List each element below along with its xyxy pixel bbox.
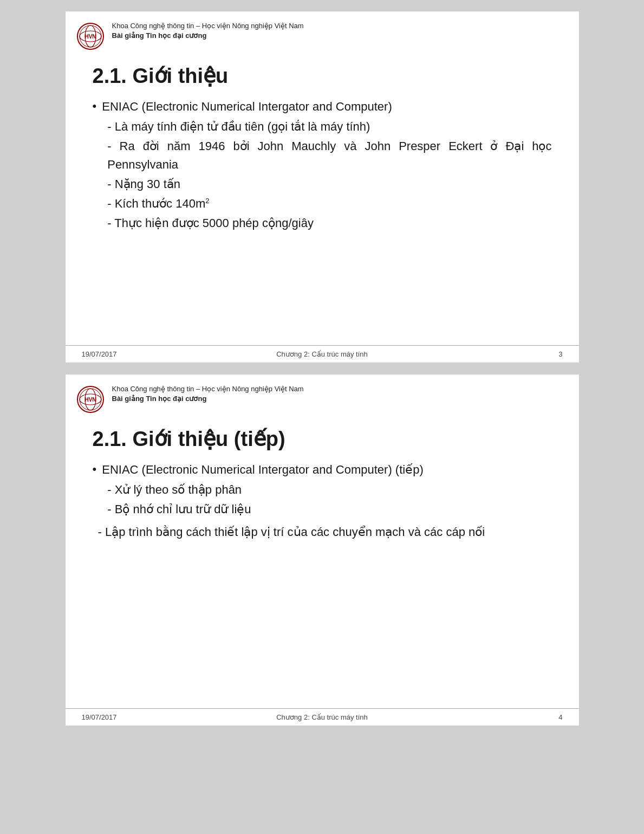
slide-1-sub-item-4: - Kích thước 140m2 <box>107 195 551 213</box>
slide-1-header: HVN Khoa Công nghệ thông tin – Học viện … <box>66 11 579 56</box>
slide-2-sub-item-1: - Xử lý theo số thập phân <box>107 481 551 499</box>
slide-1-footer-date: 19/07/2017 <box>82 350 136 358</box>
slide-1-footer: 19/07/2017 Chương 2: Cấu trúc máy tính 3 <box>66 345 579 363</box>
logo-icon-2: HVN <box>76 385 105 413</box>
slide-separator <box>65 363 580 374</box>
bullet-dot-icon: • <box>93 98 97 115</box>
slide-2-subtitle: Khoa Công nghệ thông tin – Học viện Nông… <box>112 384 304 394</box>
slide-1-sub-item-5: - Thực hiện được 5000 phép cộng/giây <box>107 214 551 232</box>
svg-text:HVN: HVN <box>84 34 96 40</box>
svg-text:HVN: HVN <box>84 397 96 403</box>
slide-1-subtitle: Khoa Công nghệ thông tin – Học viện Nông… <box>112 21 304 31</box>
slide-2-footer-date: 19/07/2017 <box>82 713 136 721</box>
slide-1-sub-item-1: - Là máy tính điện tử đầu tiên (gọi tắt … <box>107 118 551 136</box>
slide-1-bullet-list: • ENIAC (Electronic Numerical Intergator… <box>93 98 552 234</box>
slide-2-header-text: Khoa Công nghệ thông tin – Học viện Nông… <box>112 384 304 404</box>
slide-1-bullet-content: ENIAC (Electronic Numerical Intergator a… <box>102 98 551 234</box>
slide-2-title: Bài giảng Tin học đại cương <box>112 394 304 404</box>
slide-1-footer-chapter: Chương 2: Cấu trúc máy tính <box>136 350 509 358</box>
slide-1-body: 2.1. Giới thiệu • ENIAC (Electronic Nume… <box>66 56 579 345</box>
bullet-dot-icon-2: • <box>93 461 97 478</box>
slide-2-body: 2.1. Giới thiệu (tiếp) • ENIAC (Electron… <box>66 419 579 708</box>
slide-1-title: Bài giảng Tin học đại cương <box>112 31 304 41</box>
slide-1-section-title: 2.1. Giới thiệu <box>93 64 552 88</box>
slide-1-sub-item-3: - Nặng 30 tấn <box>107 175 551 193</box>
slide-2-section-title: 2.1. Giới thiệu (tiếp) <box>93 427 552 451</box>
slide-2-sub-item-2: - Bộ nhớ chỉ lưu trữ dữ liệu <box>107 500 551 519</box>
slide-2: HVN Khoa Công nghệ thông tin – Học viện … <box>65 374 580 726</box>
slide-1-header-text: Khoa Công nghệ thông tin – Học viện Nông… <box>112 21 304 41</box>
slide-2-bullet-content: ENIAC (Electronic Numerical Intergator a… <box>102 461 551 520</box>
slide-1-bullet-item: • ENIAC (Electronic Numerical Intergator… <box>93 98 552 234</box>
slide-2-sub-items: - Xử lý theo số thập phân - Bộ nhớ chỉ l… <box>102 481 551 519</box>
slide-2-footer: 19/07/2017 Chương 2: Cấu trúc máy tính 4 <box>66 708 579 726</box>
slide-2-long-item: - Lập trình bằng cách thiết lập vị trí c… <box>93 523 552 541</box>
logo-icon: HVN <box>76 22 105 50</box>
slide-1-sub-item-2: - Ra đời năm 1946 bởi John Mauchly và Jo… <box>107 137 551 174</box>
slide-2-header: HVN Khoa Công nghệ thông tin – Học viện … <box>66 374 579 419</box>
slide-1-footer-page: 3 <box>509 350 563 358</box>
slide-2-bullet-list: • ENIAC (Electronic Numerical Intergator… <box>93 461 552 520</box>
slide-2-bullet-item: • ENIAC (Electronic Numerical Intergator… <box>93 461 552 520</box>
slide-2-footer-chapter: Chương 2: Cấu trúc máy tính <box>136 713 509 721</box>
slide-2-footer-page: 4 <box>509 713 563 721</box>
slide-1: HVN Khoa Công nghệ thông tin – Học viện … <box>65 11 580 363</box>
slide-1-sub-items: - Là máy tính điện tử đầu tiên (gọi tắt … <box>102 118 551 233</box>
